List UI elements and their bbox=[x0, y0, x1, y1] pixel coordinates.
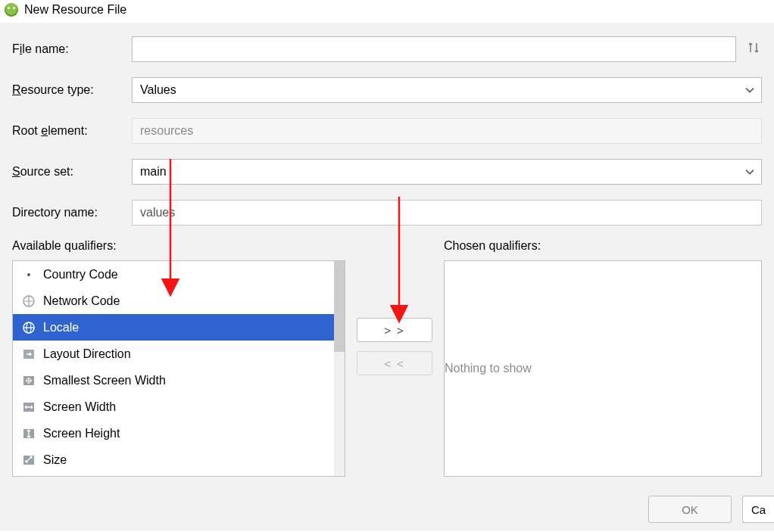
sort-icon[interactable] bbox=[745, 41, 762, 58]
scrollbar-thumb[interactable] bbox=[334, 261, 345, 352]
row-root-element: Root element: bbox=[12, 118, 762, 144]
qualifier-item-size[interactable]: Size bbox=[13, 446, 334, 473]
size-icon bbox=[22, 453, 36, 467]
label-chosen-qualifiers: Chosen qualifiers: bbox=[444, 239, 762, 253]
available-qualifiers-column: Available qualifiers: Country CodeNetwor… bbox=[12, 239, 345, 477]
source-set-select[interactable] bbox=[132, 159, 762, 185]
qualifier-item-label: Layout Direction bbox=[43, 347, 131, 361]
chosen-placeholder: Nothing to show bbox=[445, 261, 532, 476]
layout-icon bbox=[22, 347, 36, 361]
chosen-qualifiers-column: Chosen qualifiers: Nothing to show bbox=[444, 239, 762, 477]
window-title: New Resource File bbox=[24, 3, 126, 17]
dialog-buttons: OK Ca bbox=[648, 496, 774, 523]
android-studio-icon bbox=[5, 3, 18, 17]
row-directory-name: Directory name: bbox=[12, 200, 762, 226]
dot-icon bbox=[22, 268, 36, 282]
row-source-set: Source set: bbox=[12, 159, 762, 185]
scrollbar[interactable] bbox=[334, 261, 345, 476]
qualifier-item-label: Country Code bbox=[43, 268, 118, 282]
directory-name-input[interactable] bbox=[132, 200, 762, 226]
remove-qualifier-button: < < bbox=[357, 351, 432, 375]
qualifier-item-label: Smallest Screen Width bbox=[43, 374, 166, 387]
qualifier-item-smallest-screen-width[interactable]: Smallest Screen Width bbox=[13, 367, 334, 394]
file-name-input[interactable] bbox=[132, 36, 736, 62]
resource-type-value[interactable] bbox=[132, 77, 762, 103]
qualifier-item-network-code[interactable]: Network Code bbox=[13, 288, 334, 314]
label-directory-name: Directory name: bbox=[12, 206, 132, 219]
qualifier-item-label: Network Code bbox=[43, 294, 120, 308]
network-icon bbox=[22, 294, 36, 308]
titlebar: New Resource File bbox=[0, 0, 774, 23]
label-available-qualifiers: Available qualifiers: bbox=[12, 239, 345, 253]
smallest-icon bbox=[22, 374, 36, 387]
ok-button[interactable]: OK bbox=[648, 496, 732, 523]
row-resource-type: Resource type: bbox=[12, 77, 762, 103]
move-buttons-column: > > < < bbox=[345, 239, 444, 384]
qualifier-item-label: Locale bbox=[43, 321, 79, 334]
height-icon bbox=[22, 427, 36, 440]
chosen-qualifiers-list[interactable]: Nothing to show bbox=[444, 260, 762, 477]
qualifier-item-locale[interactable]: Locale bbox=[13, 314, 334, 341]
root-element-input bbox=[132, 118, 762, 144]
source-set-value[interactable] bbox=[132, 159, 762, 185]
qualifier-item-layout-direction[interactable]: Layout Direction bbox=[13, 341, 334, 367]
qualifier-item-country-code[interactable]: Country Code bbox=[13, 261, 334, 288]
row-file-name: File name: bbox=[12, 36, 762, 62]
qualifier-columns: Available qualifiers: Country CodeNetwor… bbox=[12, 239, 762, 477]
dialog-body: File name: Resource type: Root element: … bbox=[0, 23, 774, 530]
globe-icon bbox=[22, 321, 36, 334]
qualifier-item-label: Screen Width bbox=[43, 400, 116, 414]
qualifier-item-screen-height[interactable]: Screen Height bbox=[13, 420, 334, 446]
svg-rect-7 bbox=[23, 456, 34, 465]
cancel-button[interactable]: Ca bbox=[742, 496, 774, 523]
qualifier-item-label: Size bbox=[43, 453, 67, 467]
qualifier-item-screen-width[interactable]: Screen Width bbox=[13, 394, 334, 420]
width-icon bbox=[22, 400, 36, 414]
add-qualifier-button[interactable]: > > bbox=[357, 318, 432, 342]
label-resource-type: Resource type: bbox=[12, 83, 132, 97]
qualifier-item-label: Screen Height bbox=[43, 427, 120, 440]
label-root-element: Root element: bbox=[12, 124, 132, 138]
resource-type-select[interactable] bbox=[132, 77, 762, 103]
available-qualifiers-list[interactable]: Country CodeNetwork CodeLocaleLayout Dir… bbox=[12, 260, 345, 477]
label-file-name: File name: bbox=[12, 42, 132, 56]
label-source-set: Source set: bbox=[12, 165, 132, 179]
